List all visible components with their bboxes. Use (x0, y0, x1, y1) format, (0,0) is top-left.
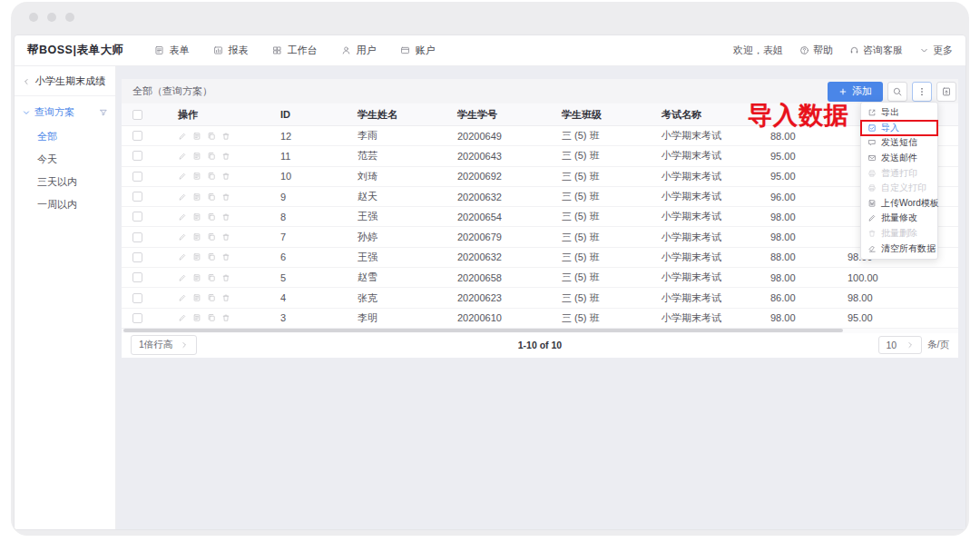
copy-icon[interactable] (207, 313, 216, 322)
copy-icon[interactable] (207, 132, 216, 141)
edit-icon[interactable] (178, 212, 187, 222)
window-control-dot[interactable] (47, 13, 56, 22)
row-checkbox[interactable] (132, 293, 142, 303)
sidebar-item[interactable]: 全部 (15, 125, 115, 148)
row-checkbox[interactable] (132, 272, 142, 282)
window-control-dot[interactable] (29, 13, 38, 22)
print-icon (867, 169, 877, 178)
detail-icon[interactable] (192, 293, 201, 302)
delete-icon[interactable] (221, 232, 230, 241)
table-row: 11范芸20200643三 (5) 班小学期末考试95.00 (122, 146, 958, 166)
sidebar-section-query-plans[interactable]: 查询方案 (15, 96, 115, 125)
edit-icon[interactable] (178, 293, 187, 302)
user-icon (341, 45, 351, 55)
window-control-dot[interactable] (65, 13, 74, 22)
menu-item-import[interactable]: 导入 (861, 121, 937, 136)
nav-item-label: 账户 (415, 44, 435, 57)
delete-icon[interactable] (221, 132, 230, 141)
detail-icon[interactable] (192, 252, 201, 261)
menu-item-upload-word-template[interactable]: 上传Word模板 (861, 196, 937, 212)
cell-id: 5 (273, 272, 350, 283)
delete-icon[interactable] (221, 293, 230, 302)
edit-icon[interactable] (178, 132, 187, 141)
cell-student_name: 刘琦 (350, 170, 450, 183)
row-checkbox[interactable] (132, 212, 142, 222)
delete-icon[interactable] (221, 313, 230, 322)
detail-icon[interactable] (192, 172, 201, 181)
filter-icon[interactable] (99, 108, 108, 117)
edit-icon[interactable] (178, 252, 187, 261)
row-checkbox[interactable] (132, 232, 142, 242)
detail-icon[interactable] (192, 192, 201, 202)
menu-item-clear-all-data[interactable]: 清空所有数据 (861, 241, 937, 256)
delete-icon[interactable] (221, 172, 230, 181)
cell-student_class: 三 (5) 班 (554, 251, 654, 264)
nav-item-reports[interactable]: 报表 (213, 44, 248, 57)
menu-item-batch-edit[interactable]: 批量修改 (861, 211, 937, 226)
cell-student_class: 三 (5) 班 (554, 170, 654, 183)
nav-item-users[interactable]: 用户 (341, 44, 376, 57)
sidebar-item[interactable]: 三天以内 (15, 171, 115, 193)
copy-icon[interactable] (207, 232, 216, 241)
menu-item-send-mail[interactable]: 发送邮件 (861, 151, 937, 166)
row-checkbox[interactable] (132, 131, 142, 141)
search-button[interactable] (887, 82, 907, 102)
cell-id: 8 (273, 212, 350, 222)
header-checkbox[interactable] (132, 110, 142, 120)
sidebar-item[interactable]: 今天 (15, 148, 115, 171)
column-header-student_no: 学生学号 (450, 108, 554, 122)
edit-icon[interactable] (178, 172, 187, 181)
export-view-button[interactable] (936, 82, 956, 102)
copy-icon[interactable] (207, 273, 216, 282)
edit-icon[interactable] (178, 192, 187, 202)
delete-icon[interactable] (221, 252, 230, 261)
nav-item-forms[interactable]: 表单 (154, 44, 189, 57)
detail-icon[interactable] (192, 313, 201, 322)
copy-icon[interactable] (207, 192, 216, 202)
scrollbar-thumb[interactable] (123, 329, 843, 332)
row-checkbox[interactable] (132, 151, 142, 161)
row-checkbox[interactable] (132, 172, 142, 182)
menu-item-export[interactable]: 导出 (861, 105, 937, 121)
edit-icon[interactable] (178, 232, 187, 241)
cell-score1: 95.00 (763, 171, 840, 182)
edit-icon[interactable] (178, 273, 187, 282)
header-support[interactable]: 咨询客服 (849, 44, 903, 57)
detail-icon[interactable] (192, 212, 201, 222)
batch-edit-icon (867, 213, 877, 222)
cell-checkbox (122, 131, 171, 141)
cell-student_no: 20200654 (450, 212, 554, 222)
delete-icon[interactable] (221, 273, 230, 282)
page-size-select[interactable]: 10 (878, 336, 922, 354)
nav-item-workbench[interactable]: 工作台 (272, 44, 317, 57)
cell-checkbox (122, 293, 171, 303)
header-more[interactable]: 更多 (919, 44, 953, 57)
cell-actions (171, 192, 273, 202)
more-actions-button[interactable] (912, 82, 932, 102)
copy-icon[interactable] (207, 172, 216, 181)
row-checkbox[interactable] (132, 192, 142, 202)
edit-icon[interactable] (178, 313, 187, 322)
copy-icon[interactable] (207, 212, 216, 222)
delete-icon[interactable] (221, 192, 230, 202)
row-height-button[interactable]: 1倍行高 (131, 335, 197, 355)
delete-icon[interactable] (221, 152, 230, 161)
copy-icon[interactable] (207, 252, 216, 261)
sidebar-back[interactable]: 小学生期末成绩 (15, 66, 115, 96)
menu-item-send-sms[interactable]: 发送短信 (861, 135, 937, 151)
detail-icon[interactable] (192, 232, 201, 241)
header-help[interactable]: 帮助 (799, 44, 833, 57)
copy-icon[interactable] (207, 152, 216, 161)
detail-icon[interactable] (192, 273, 201, 282)
detail-icon[interactable] (192, 152, 201, 161)
detail-icon[interactable] (192, 132, 201, 141)
nav-item-account[interactable]: 账户 (400, 44, 435, 57)
sidebar-item[interactable]: 一周以内 (15, 193, 115, 216)
main-nav: 表单报表工作台用户账户 (154, 44, 435, 57)
edit-icon[interactable] (178, 152, 187, 161)
delete-icon[interactable] (221, 212, 230, 222)
row-checkbox[interactable] (132, 252, 142, 262)
copy-icon[interactable] (207, 293, 216, 302)
row-checkbox[interactable] (132, 313, 142, 323)
annotation-import-data: 导入数据 (748, 99, 849, 132)
